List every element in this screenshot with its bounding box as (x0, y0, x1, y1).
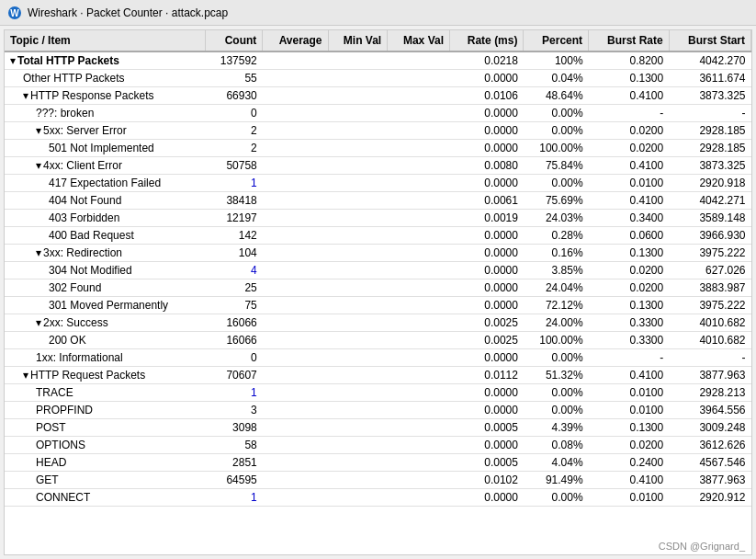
cell-count: 25 (206, 280, 263, 297)
table-row: 200 OK160660.0025100.00%0.33004010.682 (5, 332, 751, 349)
cell-minval (328, 332, 388, 349)
table-row: GET645950.010291.49%0.41003877.963 (5, 472, 751, 489)
cell-burstrate: 0.0200 (589, 140, 670, 157)
row-label: 4xx: Client Error (43, 159, 122, 172)
cell-minval (328, 367, 388, 384)
cell-rate: 0.0112 (449, 367, 523, 384)
cell-average (263, 402, 328, 419)
cell-count: 104 (206, 245, 263, 262)
cell-percent: 72.12% (524, 297, 589, 314)
cell-maxval (388, 245, 450, 262)
toggle-icon[interactable]: ▾ (10, 54, 16, 67)
cell-percent: 3.85% (524, 262, 589, 280)
cell-topic: 1xx: Informational (5, 349, 206, 367)
cell-topic: ▾4xx: Client Error (5, 157, 206, 175)
cell-burststart: 2928.185 (669, 140, 750, 157)
row-label: 2xx: Success (43, 316, 108, 329)
cell-burststart: 2928.213 (669, 384, 750, 402)
cell-topic: ▾Total HTTP Packets (5, 51, 206, 70)
cell-topic: 403 Forbidden (5, 210, 206, 227)
cell-maxval (388, 51, 450, 70)
cell-count: 75 (206, 297, 263, 314)
cell-minval (328, 314, 388, 332)
cell-average (263, 384, 328, 402)
cell-percent: 75.69% (524, 192, 589, 210)
cell-minval (328, 87, 388, 105)
cell-rate: 0.0000 (449, 245, 523, 262)
cell-burstrate: - (589, 105, 670, 122)
title-bar: W Wireshark · Packet Counter · attack.pc… (0, 0, 756, 26)
cell-average (263, 314, 328, 332)
col-count: Count (206, 30, 263, 51)
cell-maxval (388, 419, 450, 437)
cell-percent: 91.49% (524, 472, 589, 489)
cell-burstrate: 0.0600 (589, 227, 670, 245)
cell-count: 2 (206, 122, 263, 140)
cell-count: 38418 (206, 192, 263, 210)
cell-minval (328, 175, 388, 192)
cell-minval (328, 245, 388, 262)
cell-topic: OPTIONS (5, 437, 206, 454)
toggle-icon[interactable]: ▾ (23, 369, 28, 382)
cell-burstrate: 0.0100 (589, 175, 670, 192)
cell-rate: 0.0106 (449, 87, 523, 105)
cell-percent: 0.00% (524, 349, 589, 367)
cell-percent: 51.32% (524, 367, 589, 384)
cell-minval (328, 192, 388, 210)
cell-percent: 24.03% (524, 210, 589, 227)
cell-count: 0 (206, 349, 263, 367)
cell-percent: 0.16% (524, 245, 589, 262)
col-percent: Percent (524, 30, 589, 51)
row-label: 200 OK (49, 334, 86, 347)
table-row: PROPFIND30.00000.00%0.01003964.556 (5, 402, 751, 419)
cell-count: 1 (206, 384, 263, 402)
table-row: CONNECT10.00000.00%0.01002920.912 (5, 489, 751, 507)
cell-minval (328, 210, 388, 227)
cell-topic: HEAD (5, 454, 206, 472)
cell-average (263, 280, 328, 297)
row-label: POST (36, 421, 66, 434)
cell-burstrate: 0.3400 (589, 210, 670, 227)
toggle-icon[interactable]: ▾ (36, 124, 41, 137)
cell-minval (328, 280, 388, 297)
cell-count: 66930 (206, 87, 263, 105)
toggle-icon[interactable]: ▾ (36, 159, 41, 172)
cell-rate: 0.0019 (449, 210, 523, 227)
cell-minval (328, 402, 388, 419)
cell-minval (328, 419, 388, 437)
cell-average (263, 51, 328, 70)
cell-count: 2 (206, 140, 263, 157)
cell-burstrate: 0.3300 (589, 314, 670, 332)
cell-average (263, 262, 328, 280)
table-row: ▾4xx: Client Error507580.008075.84%0.410… (5, 157, 751, 175)
cell-average (263, 332, 328, 349)
cell-topic: 302 Found (5, 280, 206, 297)
cell-maxval (388, 472, 450, 489)
cell-maxval (388, 192, 450, 210)
row-label: 417 Expectation Failed (49, 177, 161, 189)
toggle-icon[interactable]: ▾ (36, 316, 41, 329)
table-row: Other HTTP Packets550.00000.04%0.1300361… (5, 70, 751, 87)
cell-rate: 0.0080 (449, 157, 523, 175)
cell-count: 142 (206, 227, 263, 245)
toggle-icon[interactable]: ▾ (36, 246, 41, 259)
cell-topic: ▾2xx: Success (5, 314, 206, 332)
cell-topic: 301 Moved Permanently (5, 297, 206, 314)
cell-burstrate: - (589, 349, 670, 367)
row-label: 501 Not Implemented (49, 142, 154, 154)
cell-minval (328, 437, 388, 454)
cell-count: 55 (206, 70, 263, 87)
cell-topic: ???: broken (5, 105, 206, 122)
cell-topic: 400 Bad Request (5, 227, 206, 245)
toggle-icon[interactable]: ▾ (23, 89, 28, 102)
cell-percent: 0.00% (524, 384, 589, 402)
col-minval: Min Val (328, 30, 388, 51)
cell-burststart: 3964.556 (669, 402, 750, 419)
row-label: OPTIONS (36, 439, 85, 451)
cell-topic: TRACE (5, 384, 206, 402)
cell-rate: 0.0000 (449, 262, 523, 280)
table-row: 1xx: Informational00.00000.00%-- (5, 349, 751, 367)
cell-rate: 0.0000 (449, 297, 523, 314)
cell-burstrate: 0.4100 (589, 367, 670, 384)
cell-topic: 404 Not Found (5, 192, 206, 210)
